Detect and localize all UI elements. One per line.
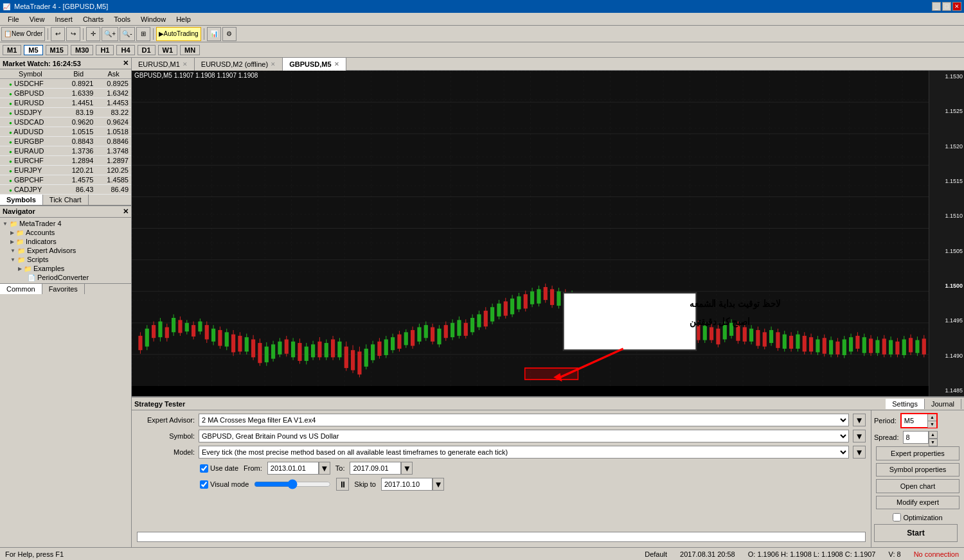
close-tab-gbpusd-m5[interactable]: ✕ [334,61,339,67]
redo-btn[interactable]: ↪ [66,27,80,41]
tf-m30[interactable]: M30 [71,45,93,55]
chart-type-btn[interactable]: ⊞ [136,27,150,41]
nav-expert-advisors[interactable]: ▼ 📁 Expert Advisors [0,246,131,255]
indicators-btn[interactable]: 📊 [207,27,221,41]
usedate-checkbox-label[interactable]: Use date [200,464,238,473]
modify-expert-btn[interactable]: Modify expert [876,496,960,510]
autotrading-btn[interactable]: ▶ AutoTrading [156,27,201,41]
title-controls[interactable]: _ □ ✕ [932,2,961,11]
menu-file[interactable]: File [3,14,24,24]
tab-common[interactable]: Common [0,284,42,294]
from-input[interactable] [267,462,319,475]
tf-m15[interactable]: M15 [46,45,68,55]
spin-up[interactable]: ▲ [927,414,936,421]
visual-checkbox-label[interactable]: Visual mode [200,480,249,489]
mw-symbol: ● USDCAD [0,118,61,127]
restore-btn[interactable]: □ [942,2,951,11]
crosshair-btn[interactable]: ✛ [86,27,100,41]
mw-row-audusd[interactable]: ● AUDUSD 1.0515 1.0518 [0,127,131,137]
chart-tab-gbpusd-m5[interactable]: GBPUSD,M5 ✕ [283,58,346,71]
tab-symbols[interactable]: Symbols [0,195,43,205]
market-watch: Market Watch: 16:24:53 ✕ Symbol Bid Ask … [0,58,131,206]
mw-row-usdjpy[interactable]: ● USDJPY 83.19 83.22 [0,108,131,118]
chart-main[interactable]: GBPUSD,M5 1.1907 1.1908 1.1907 1.1908 [132,71,964,396]
nav-metatrader4[interactable]: ▼ 📁 MetaTrader 4 [0,219,131,228]
undo-btn[interactable]: ↩ [51,27,65,41]
mw-row-usdchf[interactable]: ● USDCHF 0.8921 0.8925 [0,79,131,89]
spread-spinner[interactable]: ▲ ▼ [929,431,938,444]
mw-row-gbpchf[interactable]: ● GBPCHF 1.4575 1.4585 [0,175,131,185]
nav-accounts[interactable]: ▶ 📁 Accounts [0,228,131,237]
close-tab-eurusd-m2[interactable]: ✕ [271,61,276,67]
chart-tab-eurusd-m2[interactable]: EURUSD,M2 (offline) ✕ [195,58,283,71]
usedate-checkbox[interactable] [200,464,208,473]
tester-right-buttons: Period: ▲ ▼ Spread: [871,410,964,547]
minimize-btn[interactable]: _ [932,2,941,11]
tester-tab-settings[interactable]: Settings [886,399,925,409]
menu-window[interactable]: Window [136,14,171,24]
menu-help[interactable]: Help [171,14,196,24]
visual-checkbox[interactable] [200,480,208,489]
tf-mn[interactable]: MN [180,45,200,55]
period-spinner[interactable]: ▲ ▼ [927,414,936,427]
start-button[interactable]: Start [874,524,958,542]
tf-m5[interactable]: M5 [24,45,42,55]
symbol-properties-btn[interactable]: Symbol properties [876,463,960,477]
spread-input[interactable] [903,431,929,444]
from-dropdown-btn[interactable]: ▼ [319,462,330,475]
close-btn[interactable]: ✕ [952,2,961,11]
market-watch-close-icon[interactable]: ✕ [123,59,129,67]
open-chart-btn[interactable]: Open chart [876,479,960,493]
to-dropdown-btn[interactable]: ▼ [401,462,413,475]
spread-spin-up[interactable]: ▲ [929,431,938,439]
model-dropdown-btn[interactable]: ▼ [853,446,866,459]
spin-down[interactable]: ▼ [927,421,936,428]
nav-indicators[interactable]: ▶ 📁 Indicators [0,237,131,246]
mw-row-euraud[interactable]: ● EURAUD 1.3736 1.3748 [0,146,131,156]
zoom-in-btn[interactable]: 🔍+ [102,27,118,41]
navigator-close-icon[interactable]: ✕ [123,207,129,216]
mw-row-gbpusd[interactable]: ● GBPUSD 1.6339 1.6342 [0,89,131,98]
zoom-out-btn[interactable]: 🔍- [120,27,134,41]
mw-row-eurchf[interactable]: ● EURCHF 1.2894 1.2897 [0,156,131,166]
close-tab-eurusd-m1[interactable]: ✕ [183,61,188,67]
tf-h4[interactable]: H4 [116,45,134,55]
tf-m1[interactable]: M1 [3,45,21,55]
pause-btn[interactable]: ⏸ [336,478,349,491]
model-select[interactable]: Every tick (the most precise method base… [199,446,849,459]
visual-speed-slider[interactable] [254,479,331,489]
spread-spin-down[interactable]: ▼ [929,439,938,446]
symbol-dropdown-btn[interactable]: ▼ [853,430,866,442]
mw-row-usdcad[interactable]: ● USDCAD 0.9620 0.9624 [0,118,131,127]
mw-row-eurgbp[interactable]: ● EURGBP 0.8843 0.8846 [0,137,131,146]
expert-btn[interactable]: ⚙ [222,27,237,41]
expert-properties-btn[interactable]: Expert properties [876,446,960,460]
tf-w1[interactable]: W1 [158,45,178,55]
new-order-btn[interactable]: 📋 New Order [1,27,45,41]
symbol-select[interactable]: GBPUSD, Great Britain Pound vs US Dollar [199,430,849,442]
skipto-input[interactable] [381,478,433,491]
menu-charts[interactable]: Charts [78,14,109,24]
mw-row-eurusd[interactable]: ● EURUSD 1.4451 1.4453 [0,98,131,108]
menu-tools[interactable]: Tools [109,14,136,24]
mw-row-cadjpy[interactable]: ● CADJPY 86.43 86.49 [0,185,131,195]
ea-dropdown-btn[interactable]: ▼ [853,414,866,426]
tab-favorites[interactable]: Favorites [42,284,85,294]
menu-insert[interactable]: Insert [49,14,78,24]
nav-examples[interactable]: ▶ 📁 Examples [0,264,131,273]
price-1495: 1.1495 [929,317,964,324]
mw-row-eurjpy[interactable]: ● EURJPY 120.21 120.25 [0,166,131,175]
tab-tick-chart[interactable]: Tick Chart [43,195,89,205]
nav-scripts[interactable]: ▼ 📁 Scripts [0,255,131,264]
nav-period-converter[interactable]: 📄 PeriodConverter [0,273,131,282]
tester-tab-journal[interactable]: Journal [925,399,961,409]
optimization-checkbox[interactable] [893,513,901,521]
skipto-dropdown-btn[interactable]: ▼ [433,478,444,491]
tf-d1[interactable]: D1 [138,45,156,55]
period-input[interactable] [902,414,927,427]
tf-h1[interactable]: H1 [96,45,114,55]
to-input[interactable] [350,462,401,475]
menu-view[interactable]: View [24,14,50,24]
chart-tab-eurusd-m1[interactable]: EURUSD,M1 ✕ [132,58,195,71]
ea-select[interactable]: 2 MA Crosses Mega filter EA V1.ex4 [199,414,849,426]
